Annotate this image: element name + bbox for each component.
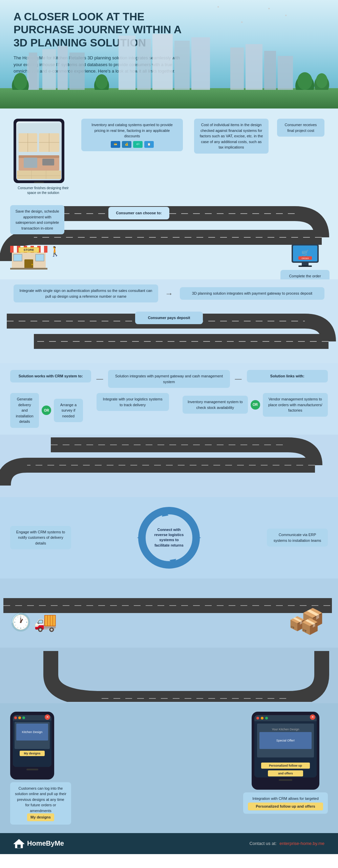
customer-section: ✕ xyxy=(0,703,338,833)
phone-screen-svg: Kitchen Design My designs xyxy=(13,715,51,767)
footer-logo: HomeByMe xyxy=(14,839,64,849)
contact-email-link[interactable]: enterprise-home.by.me xyxy=(279,841,324,846)
footer-section: HomeByMe Contact us at: enterprise-home.… xyxy=(0,833,338,854)
svg-text:ORDER: ORDER xyxy=(301,257,309,259)
crm-phone-device: ✕ Your Kitchen Design Specia xyxy=(252,712,319,790)
delivery-box: Generate delivery and installation detai… xyxy=(10,393,39,428)
person-walking-icon: 🚶 xyxy=(49,246,61,257)
solution-links-container: Solution links with: xyxy=(247,370,328,388)
dash-separator-1: — xyxy=(96,375,103,383)
svg-rect-50 xyxy=(10,268,47,270)
svg-text:STORE: STORE xyxy=(24,248,34,252)
house-logo-icon xyxy=(14,839,24,849)
svg-rect-26 xyxy=(19,155,59,158)
sub-items-row: Generate delivery and installation detai… xyxy=(10,393,328,428)
star-decoration: ✦ xyxy=(268,7,270,11)
or-badge-1: OR xyxy=(42,406,51,415)
svg-rect-9 xyxy=(191,37,210,90)
headers-row: Solution works with CRM system to: — Sol… xyxy=(10,370,328,388)
svg-rect-2 xyxy=(42,49,56,90)
crm-phone-container: ✕ Your Kitchen Design Specia xyxy=(243,712,328,814)
store-svg: STORE xyxy=(10,236,47,270)
crm-close-button[interactable]: ✕ xyxy=(310,714,315,720)
close-button[interactable]: ✕ xyxy=(45,714,50,720)
crm-phone-screen: Your Kitchen Design Special Offer! Perso… xyxy=(254,715,317,778)
svg-text:and offers: and offers xyxy=(278,772,293,775)
engage-crm-content: Engage with CRM systems to notify custom… xyxy=(10,526,71,550)
logistics-box: Integrate with your logistics systems to… xyxy=(97,393,169,411)
svg-text:Personalized follow up: Personalized follow up xyxy=(269,764,302,767)
solution-links-content: Solution links with: xyxy=(247,370,328,382)
svg-text:Your Kitchen Design: Your Kitchen Design xyxy=(272,728,299,731)
tablet-container: Consumer finishes designing their space … xyxy=(14,119,73,195)
financial-check-box: Cost of individual items in the design c… xyxy=(194,119,269,154)
computer-svg: 🛒 ORDER xyxy=(288,244,322,268)
payment-gateway2-container: Solution integrates with payment gateway… xyxy=(108,370,230,388)
survey-box: Arrange a survey if needed xyxy=(54,399,83,422)
save-design-content: Save the design, schedule appointment wi… xyxy=(10,205,64,234)
customer-row: ✕ xyxy=(10,712,328,825)
road-section-3 xyxy=(0,435,338,497)
phone-login-container: ✕ xyxy=(10,712,71,825)
truck-icon: 🚚 xyxy=(34,611,57,633)
svg-rect-12 xyxy=(264,51,276,90)
logistics-content: Integrate with your logistics systems to… xyxy=(97,393,169,411)
my-designs-label[interactable]: My designs xyxy=(27,813,54,821)
engage-crm-box: Engage with CRM systems to notify custom… xyxy=(10,526,71,550)
pays-deposit-container: Consumer pays deposit xyxy=(135,312,203,324)
svg-point-74 xyxy=(261,717,263,719)
clock-icon: 🕐 xyxy=(10,612,31,632)
complete-online-container: 🛒 ORDER Complete the order online xyxy=(280,244,330,279)
computer-display: 🛒 ORDER xyxy=(280,244,330,268)
payment-gateway-content: 3D planning solution integrates with pay… xyxy=(180,287,324,300)
svg-rect-5 xyxy=(119,36,135,90)
crm-erp-section: Engage with CRM systems to notify custom… xyxy=(0,497,338,578)
crm-header: Solution works with CRM system to: xyxy=(10,370,91,388)
svg-rect-33 xyxy=(24,158,37,168)
svg-point-47 xyxy=(31,264,33,265)
svg-rect-10 xyxy=(230,47,244,90)
tablet-device xyxy=(14,119,64,183)
customers-login-content: Customers can log into the solution onli… xyxy=(10,782,71,825)
deposit-road-section: Consumer pays deposit xyxy=(0,308,338,363)
circular-container: Connect with reverse logistics systems t… xyxy=(135,504,203,572)
boxes-icon-3: 📦 xyxy=(300,617,319,635)
header-section: ✦ ✦ ✦ ✦ A Closer Look at the Purchase Jo… xyxy=(0,0,338,108)
contact-label: Contact us at: xyxy=(249,841,276,846)
ground xyxy=(0,88,338,108)
phone-screen: Kitchen Design My designs xyxy=(13,715,51,767)
delivery-survey-group: Generate delivery and installation detai… xyxy=(10,393,83,428)
delivery-content: Generate delivery and installation detai… xyxy=(10,393,39,428)
svg-text:🛒: 🛒 xyxy=(301,249,309,257)
store-overlay: STORE xyxy=(10,236,47,270)
crm-integration-box: Integration with CRM allows for targeted… xyxy=(243,792,328,814)
svg-text:Special Offer!: Special Offer! xyxy=(276,739,295,742)
svg-rect-85 xyxy=(17,845,21,848)
inventory-content: Inventory management system to check sto… xyxy=(183,396,248,414)
personalized-label: Personalized follow up and offers xyxy=(248,803,323,810)
vendor-content: Vendor management systems to place order… xyxy=(263,393,328,417)
consumer-choose-content: Consumer can choose to: xyxy=(108,207,169,219)
road-section-1: STORE 🚶 Save the design, schedule appoin… xyxy=(0,203,338,279)
kitchen-design-svg xyxy=(17,123,61,179)
svg-rect-13 xyxy=(278,56,293,90)
reverse-logistics-text: Connect with reverse logistics systems t… xyxy=(152,527,186,548)
communicate-erp-content: Communicate via ERP systems to installat… xyxy=(267,529,328,547)
city-skyline xyxy=(0,47,338,108)
communicate-erp-box: Communicate via ERP systems to installat… xyxy=(267,529,328,547)
sso-payment-section: Integrate with single sign on authentica… xyxy=(0,279,338,308)
payment-gateway2-content: Solution integrates with payment gateway… xyxy=(108,370,230,388)
customers-login-box: Customers can log into the solution onli… xyxy=(10,782,71,825)
svg-rect-49 xyxy=(36,254,44,261)
phone-device: ✕ xyxy=(10,712,54,780)
save-design-box: Save the design, schedule appointment wi… xyxy=(10,205,64,234)
consumer-choose-box: Consumer can choose to: xyxy=(108,207,169,219)
road-section-4 xyxy=(0,648,338,703)
survey-content: Arrange a survey if needed xyxy=(54,399,83,422)
svg-rect-11 xyxy=(246,44,262,90)
svg-rect-6 xyxy=(137,39,151,90)
or-badge-2: OR xyxy=(251,400,260,410)
complete-online-box: Complete the order online xyxy=(280,270,330,279)
svg-rect-35 xyxy=(17,171,61,179)
svg-point-18 xyxy=(96,74,108,89)
